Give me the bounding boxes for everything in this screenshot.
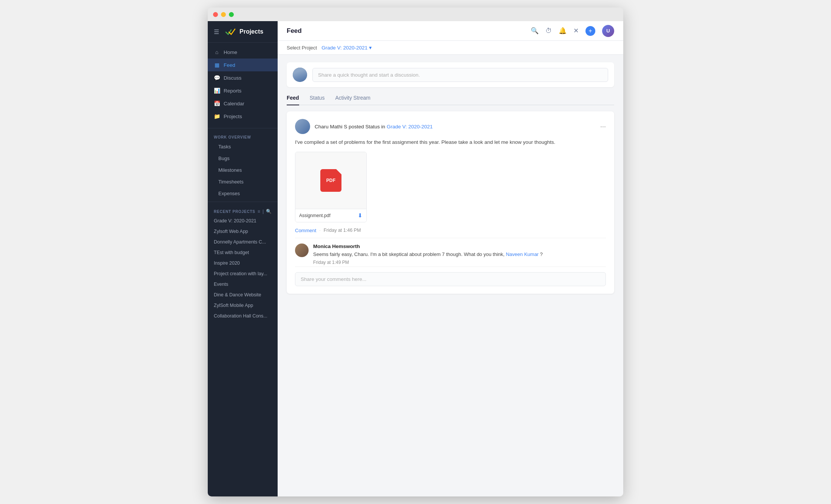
- post-header: Charu Mathi S posted Status in Grade V: …: [295, 119, 606, 134]
- recent-project-grade-v[interactable]: Grade V: 2020-2021: [208, 216, 278, 226]
- sidebar-item-projects[interactable]: 📁 Projects: [208, 110, 278, 123]
- timer-icon[interactable]: ⏱: [545, 27, 552, 35]
- comment-input-box[interactable]: Share your comments here...: [295, 272, 606, 286]
- comment-mention[interactable]: Naveen Kumar: [506, 251, 540, 257]
- recent-project-donnelly[interactable]: Donnelly Apartments C...: [208, 237, 278, 247]
- sidebar-logo: [225, 26, 236, 37]
- comment-text-before: Seems fairly easy, Charu. I'm a bit skep…: [313, 251, 505, 257]
- sidebar-item-home[interactable]: ⌂ Home: [208, 46, 278, 59]
- sidebar-item-expenses[interactable]: Expenses: [208, 188, 278, 199]
- sidebar-item-calendar[interactable]: 📅 Calendar: [208, 97, 278, 110]
- pdf-download-icon[interactable]: ⬇: [358, 212, 363, 219]
- app-container: ☰ Projects ⌂ Home ▦ Feed: [208, 21, 623, 496]
- project-selector-dropdown[interactable]: Grade V: 2020-2021 ▾: [321, 45, 372, 51]
- calendar-icon: 📅: [214, 100, 220, 106]
- more-options-button[interactable]: ···: [600, 123, 606, 130]
- recent-list-icon[interactable]: ≡: [258, 209, 260, 214]
- recent-project-collab-hall[interactable]: Collaboration Hall Cons...: [208, 311, 278, 321]
- recent-project-dine-dance[interactable]: Dine & Dance Website: [208, 290, 278, 300]
- post-body: I've compiled a set of problems for the …: [295, 139, 606, 146]
- feed-tabs: Feed Status Activity Stream: [287, 95, 614, 105]
- sidebar-item-projects-label: Projects: [224, 114, 242, 119]
- fullscreen-button[interactable]: [229, 12, 234, 17]
- comment-body: Monica Hemsworth Seems fairly easy, Char…: [313, 244, 606, 265]
- post-author-text: Charu Mathi S posted Status in Grade V: …: [315, 124, 432, 129]
- sidebar-header: ☰ Projects: [208, 21, 278, 43]
- sidebar-divider-1: [208, 128, 278, 128]
- add-button[interactable]: +: [585, 26, 595, 36]
- topbar-actions: 🔍 ⏱ 🔔 ✕ + U: [531, 25, 614, 37]
- post-author-avatar: [295, 119, 310, 134]
- post-input-container: Share a quick thought and start a discus…: [287, 62, 614, 87]
- recent-projects-header: RECENT PROJECTS ≡ | 🔍: [208, 204, 278, 216]
- pdf-filename-bar: Assignment.pdf ⬇: [295, 209, 366, 222]
- bell-icon[interactable]: 🔔: [559, 27, 567, 35]
- topbar: Feed 🔍 ⏱ 🔔 ✕ + U: [278, 21, 623, 41]
- recent-project-events[interactable]: Events: [208, 279, 278, 290]
- pdf-preview: PDF: [295, 152, 366, 209]
- recent-projects-label: RECENT PROJECTS: [214, 210, 255, 214]
- post-action-text: posted Status in: [349, 124, 387, 129]
- recent-project-creation[interactable]: Project creation with lay...: [208, 268, 278, 279]
- search-icon[interactable]: 🔍: [531, 27, 539, 35]
- feed-icon: ▦: [214, 62, 220, 68]
- projects-icon: 📁: [214, 113, 220, 119]
- comment-link[interactable]: Comment: [295, 228, 316, 233]
- app-window: ☰ Projects ⌂ Home ▦ Feed: [208, 8, 623, 496]
- pdf-filename: Assignment.pdf: [299, 213, 331, 218]
- tab-feed[interactable]: Feed: [287, 95, 299, 105]
- post-input-box[interactable]: Share a quick thought and start a discus…: [312, 68, 608, 82]
- pdf-icon: PDF: [320, 169, 341, 192]
- sidebar-item-feed-label: Feed: [224, 62, 235, 68]
- sidebar-item-timesheets[interactable]: Timesheets: [208, 176, 278, 188]
- sidebar-nav: ⌂ Home ▦ Feed 💬 Discuss 📊 Reports 📅: [208, 43, 278, 126]
- project-selector-label: Select Project: [287, 45, 317, 51]
- sidebar-item-reports[interactable]: 📊 Reports: [208, 84, 278, 97]
- sidebar-divider-2: [208, 202, 278, 202]
- post-timestamp: Friday at 1:46 PM: [324, 228, 361, 233]
- comment-timestamp: Friday at 1:49 PM: [313, 260, 606, 265]
- sidebar-item-feed[interactable]: ▦ Feed: [208, 59, 278, 71]
- feed-area: Share a quick thought and start a discus…: [278, 55, 623, 496]
- comment-text-after: ?: [540, 251, 543, 257]
- comment-container: Monica Hemsworth Seems fairly easy, Char…: [295, 238, 606, 265]
- close-icon[interactable]: ✕: [573, 27, 579, 35]
- recent-project-test-budget[interactable]: TEst with budget: [208, 247, 278, 258]
- post-card: Charu Mathi S posted Status in Grade V: …: [287, 111, 614, 294]
- recent-actions: ≡ | 🔍: [258, 209, 272, 214]
- comment-text: Seems fairly easy, Charu. I'm a bit skep…: [313, 251, 606, 258]
- user-avatar[interactable]: U: [602, 25, 614, 37]
- sidebar-item-tasks[interactable]: Tasks: [208, 141, 278, 153]
- sidebar-item-discuss[interactable]: 💬 Discuss: [208, 71, 278, 84]
- post-author-info: Charu Mathi S posted Status in Grade V: …: [295, 119, 432, 134]
- recent-project-zylsoft-mobile[interactable]: ZylSoft Mobile App: [208, 300, 278, 311]
- tab-status[interactable]: Status: [310, 95, 325, 105]
- pdf-attachment: PDF Assignment.pdf ⬇: [295, 152, 367, 222]
- comment-author-avatar: [295, 244, 309, 257]
- recent-divider: |: [263, 209, 264, 214]
- sidebar-item-milestones[interactable]: Milestones: [208, 164, 278, 176]
- comment-author-name: Monica Hemsworth: [313, 244, 606, 249]
- tab-activity-stream[interactable]: Activity Stream: [335, 95, 370, 105]
- sidebar-item-bugs[interactable]: Bugs: [208, 153, 278, 164]
- titlebar: [208, 8, 623, 21]
- minimize-button[interactable]: [221, 12, 226, 17]
- recent-search-icon[interactable]: 🔍: [266, 209, 272, 214]
- close-button[interactable]: [213, 12, 218, 17]
- dot-separator: ·: [319, 228, 320, 233]
- hamburger-icon[interactable]: ☰: [214, 28, 219, 35]
- home-icon: ⌂: [214, 49, 220, 55]
- current-user-avatar-img: [293, 68, 307, 82]
- sidebar: ☰ Projects ⌂ Home ▦ Feed: [208, 21, 278, 496]
- recent-project-inspire[interactable]: Inspire 2020: [208, 258, 278, 268]
- post-project-link[interactable]: Grade V: 2020-2021: [387, 124, 433, 129]
- post-author-name: Charu Mathi S: [315, 124, 347, 129]
- pdf-icon-text: PDF: [326, 178, 336, 183]
- comment-input-container: Share your comments here...: [295, 267, 606, 286]
- project-selector-bar: Select Project Grade V: 2020-2021 ▾: [278, 41, 623, 55]
- recent-project-zylsoft-web[interactable]: Zylsoft Web App: [208, 226, 278, 237]
- current-user-avatar: [293, 68, 307, 82]
- sidebar-item-calendar-label: Calendar: [224, 101, 244, 106]
- post-actions: Comment · Friday at 1:46 PM: [295, 228, 606, 233]
- dropdown-arrow-icon: ▾: [369, 45, 372, 51]
